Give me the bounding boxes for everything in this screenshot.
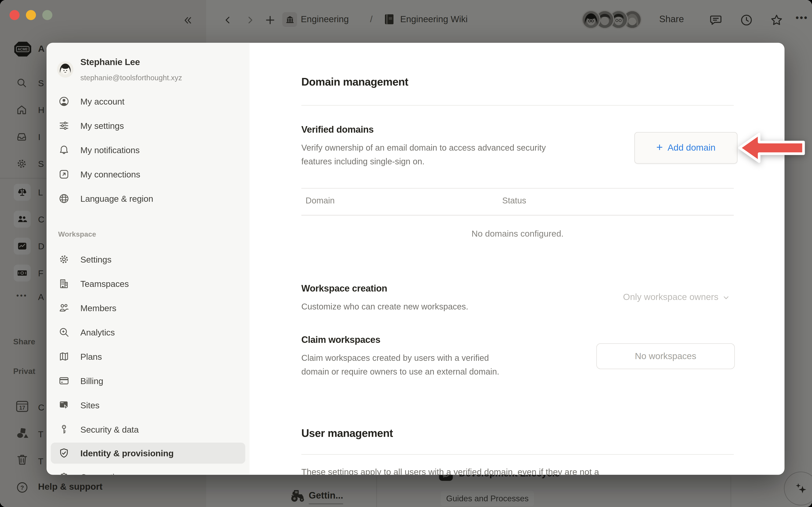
workspace-creation-heading: Workspace creation	[301, 283, 387, 294]
person-circle-icon	[58, 96, 70, 107]
sidebar-item-my-notifications[interactable]: My notifications	[51, 139, 245, 161]
window-minimize-button[interactable]	[26, 10, 36, 20]
user-management-heading: User management	[301, 427, 393, 439]
credit-card-icon	[58, 375, 70, 387]
sliders-icon	[58, 120, 70, 131]
user-name: Stephanie Lee	[80, 57, 140, 68]
user-avatar	[57, 61, 73, 78]
workspace-creation-desc: Customize who can create new workspaces.	[301, 300, 468, 314]
sidebar-item-teamspaces[interactable]: Teamspaces	[51, 273, 245, 294]
window-zoom-button[interactable]	[42, 10, 52, 20]
claim-workspaces-desc-line1: Claim workspaces created by users with a…	[301, 351, 489, 365]
chevron-down-icon	[723, 294, 730, 301]
map-icon	[58, 351, 70, 362]
puzzle-icon	[58, 471, 70, 475]
sidebar-section-workspace: Workspace	[58, 230, 96, 238]
sidebar-item-my-settings[interactable]: My settings	[51, 115, 245, 136]
sidebar-item-plans[interactable]: Plans	[51, 346, 245, 367]
window-close-button[interactable]	[9, 10, 20, 20]
sidebar-item-language-region[interactable]: Language & region	[51, 188, 245, 209]
add-domain-button[interactable]: + Add domain	[635, 132, 738, 164]
workspace-creation-dropdown[interactable]: Only workspace owners	[623, 292, 729, 303]
arrow-up-right-box-icon	[58, 169, 70, 180]
user-email: stephanie@toolsforthought.xyz	[80, 73, 182, 82]
office-building-icon	[58, 278, 70, 289]
notion-window: Engineering / Engineering Wiki Share •••…	[0, 0, 812, 507]
plus-icon: +	[656, 141, 663, 154]
verified-domains-desc-line1: Verify ownership of an email domain to a…	[301, 141, 546, 155]
claim-workspaces-heading: Claim workspaces	[301, 334, 380, 346]
magnifier-sparkle-icon	[58, 326, 70, 338]
table-header-status: Status	[502, 196, 526, 206]
page-title: Domain management	[301, 76, 408, 88]
sidebar-item-sites[interactable]: Sites	[51, 395, 245, 416]
globe-icon	[58, 193, 70, 205]
sidebar-item-identity-provisioning[interactable]: Identity & provisioning	[51, 443, 245, 464]
app-frame: Engineering / Engineering Wiki Share •••…	[0, 0, 812, 507]
sidebar-item-members[interactable]: Members	[51, 297, 245, 319]
sidebar-item-billing[interactable]: Billing	[51, 370, 245, 391]
sidebar-item-settings[interactable]: Settings	[51, 249, 245, 270]
sidebar-item-analytics[interactable]: Analytics	[51, 322, 245, 343]
annotation-arrow-icon	[738, 131, 807, 164]
verified-domains-heading: Verified domains	[301, 124, 374, 135]
settings-sidebar: Stephanie Lee stephanie@toolsforthought.…	[47, 43, 250, 475]
settings-dialog: Stephanie Lee stephanie@toolsforthought.…	[47, 43, 784, 475]
gear-icon	[58, 253, 70, 265]
no-workspaces-button[interactable]: No workspaces	[596, 343, 735, 369]
shield-check-icon	[58, 447, 70, 459]
sidebar-item-connections-clipped[interactable]: Connections	[51, 466, 245, 475]
key-icon	[58, 424, 70, 435]
claim-workspaces-desc-line2: domain or require owners to use an exter…	[301, 365, 499, 379]
browser-cursor-icon	[58, 399, 70, 411]
sidebar-item-my-connections[interactable]: My connections	[51, 164, 245, 185]
table-header-domain: Domain	[306, 196, 335, 206]
sidebar-item-security-data[interactable]: Security & data	[51, 419, 245, 440]
sidebar-item-my-account[interactable]: My account	[51, 91, 245, 112]
settings-content: Domain management Verified domains Verif…	[250, 43, 784, 475]
verified-domains-desc-line2: features including single-sign on.	[301, 155, 424, 169]
empty-table-message: No domains configured.	[301, 229, 734, 239]
bell-icon	[58, 144, 70, 156]
user-management-clipped-text: These settings apply to all users with a…	[301, 467, 745, 475]
two-people-icon	[58, 302, 70, 314]
